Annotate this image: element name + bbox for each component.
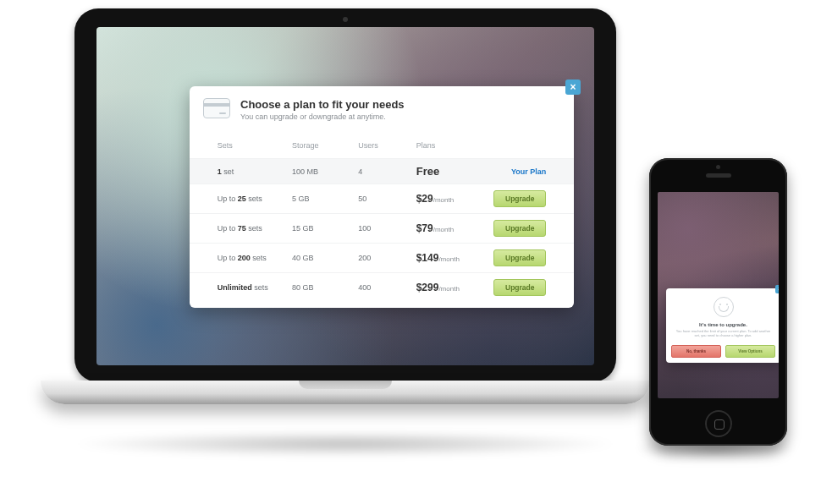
laptop-device: × Choose a plan to fit your needs You ca… [41,8,650,457]
plan-table-header: Sets Storage Users Plans [190,129,574,159]
laptop-screen: × Choose a plan to fit your needs You ca… [96,27,594,365]
col-users: Users [353,129,411,159]
storage-cell: 5 GB [287,184,353,214]
storage-cell: 80 GB [287,273,353,309]
credit-card-icon [203,98,230,118]
phone-device: × It's time to upgrade. You have reached… [649,158,787,446]
plan-table: Sets Storage Users Plans 1 set100 MB4Fre… [190,129,574,308]
price-value: Free [416,165,439,178]
col-plans: Plans [411,129,483,159]
users-cell: 4 [353,159,411,184]
plan-modal-subtitle: You can upgrade or downgrade at anytime. [240,112,405,121]
upgrade-button[interactable]: Upgrade [493,220,546,237]
col-sets: Sets [212,129,287,159]
table-row: Up to 200 sets40 GB200$149/monthUpgrade [190,244,574,273]
plan-modal-header: Choose a plan to fit your needs You can … [190,86,574,129]
smiley-icon [714,297,734,317]
upgrade-modal: × It's time to upgrade. You have reached… [666,288,779,363]
users-cell: 200 [353,244,411,273]
table-row: 1 set100 MB4FreeYour Plan [190,159,574,184]
sets-cell: 1 set [212,159,287,184]
close-icon[interactable]: × [775,285,779,293]
price-value: $149/month [416,255,460,263]
sets-cell: Unlimited sets [212,273,287,309]
plan-modal: × Choose a plan to fit your needs You ca… [190,86,574,308]
laptop-shadow [70,431,620,457]
upgrade-button[interactable]: Upgrade [493,249,546,266]
laptop-notch [299,381,392,389]
upgrade-button[interactable]: Upgrade [493,279,546,296]
users-cell: 400 [353,273,411,309]
phone-screen: × It's time to upgrade. You have reached… [658,192,779,398]
laptop-camera [343,17,348,22]
storage-cell: 40 GB [287,244,353,273]
upgrade-button[interactable]: Upgrade [493,190,546,207]
upgrade-modal-subtitle: You have reached the limit of your curre… [675,329,772,338]
table-row: Up to 25 sets5 GB50$29/monthUpgrade [190,184,574,214]
phone-camera [716,165,720,169]
sets-cell: Up to 25 sets [212,184,287,214]
users-cell: 50 [353,184,411,214]
storage-cell: 15 GB [287,214,353,244]
view-options-button[interactable]: View Options [725,345,775,358]
price-value: $29/month [416,195,455,204]
storage-cell: 100 MB [287,159,353,184]
home-button[interactable] [705,410,732,437]
price-value: $299/month [416,284,460,293]
sets-cell: Up to 75 sets [212,214,287,244]
table-row: Up to 75 sets15 GB100$79/monthUpgrade [190,214,574,244]
col-storage: Storage [287,129,353,159]
no-thanks-button[interactable]: No, thanks [671,345,721,358]
phone-speaker [706,173,731,178]
users-cell: 100 [353,214,411,244]
close-icon[interactable]: × [565,79,581,95]
plan-modal-title: Choose a plan to fit your needs [240,98,405,111]
current-plan-label: Your Plan [511,167,546,176]
price-value: $79/month [416,225,455,233]
upgrade-modal-title: It's time to upgrade. [671,322,775,327]
sets-cell: Up to 200 sets [212,244,287,273]
table-row: Unlimited sets80 GB400$299/monthUpgrade [190,273,574,309]
